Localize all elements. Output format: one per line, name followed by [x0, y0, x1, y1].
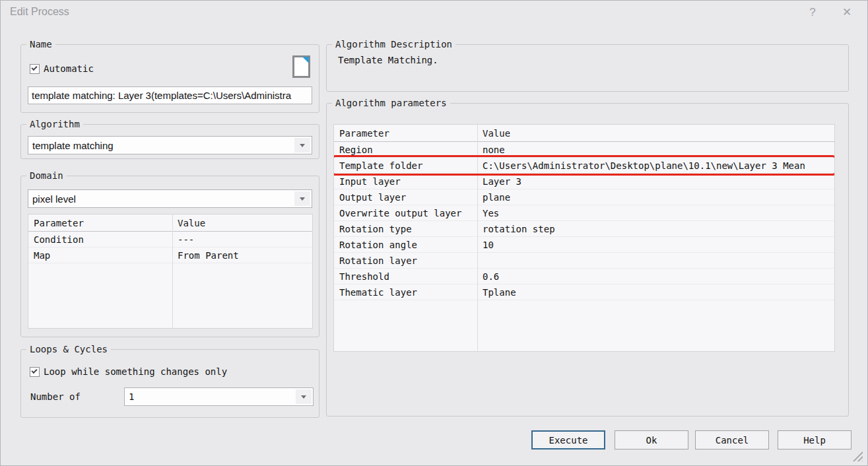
number-of-label: Number of	[30, 391, 81, 402]
column-divider	[477, 125, 478, 351]
param-cell: Rotation type	[334, 224, 477, 234]
loops-cycles-group: Loops & Cycles Loop while something chan…	[20, 349, 319, 418]
resize-grip-icon[interactable]	[851, 450, 863, 461]
value-cell: Yes	[477, 208, 504, 218]
table-row[interactable]: Rotation angle10	[334, 237, 834, 253]
description-group-title: Algorithm Description	[332, 39, 455, 50]
value-cell: From Parent	[172, 250, 244, 261]
param-cell: Threshold	[334, 271, 477, 282]
table-row[interactable]: MapFrom Parent	[28, 248, 312, 263]
window-title: Edit Process	[10, 6, 69, 18]
value-cell: 10	[477, 240, 499, 250]
domain-group: Domain pixel level Parameter Value Condi…	[20, 176, 319, 337]
value-cell: rotation step	[477, 224, 560, 234]
number-of-value: 1	[125, 391, 294, 402]
param-cell: Input layer	[334, 176, 477, 187]
value-cell: Tplane	[477, 287, 521, 298]
param-cell: Template folder	[334, 160, 477, 171]
new-document-icon[interactable]	[292, 55, 310, 78]
params-table-body: RegionnoneTemplate folderC:\Users\Admini…	[334, 142, 834, 300]
param-cell: Thematic layer	[334, 287, 477, 298]
domain-select[interactable]: pixel level	[28, 189, 312, 208]
param-cell: Output layer	[334, 192, 477, 203]
automatic-checkbox[interactable]	[30, 64, 40, 74]
document-fold	[302, 57, 309, 63]
table-header-row: Parameter Value	[28, 215, 312, 232]
value-header: Value	[172, 218, 211, 228]
algorithm-parameters-group: Algorithm parameters Parameter Value Reg…	[326, 103, 849, 416]
value-cell: ---	[172, 234, 199, 245]
algorithm-parameter-table: Parameter Value RegionnoneTemplate folde…	[333, 124, 835, 352]
value-cell: C:\Users\Administrator\Desktop\plane\10.…	[477, 160, 811, 171]
algorithm-group-title: Algorithm	[26, 119, 83, 130]
loop-checkbox[interactable]	[30, 367, 40, 377]
help-icon[interactable]: ?	[803, 5, 822, 20]
table-row[interactable]: Regionnone	[334, 142, 834, 158]
cancel-button[interactable]: Cancel	[695, 430, 769, 449]
parameter-header: Parameter	[28, 218, 172, 228]
execute-button[interactable]: Execute	[531, 430, 605, 449]
algorithm-select[interactable]: template matching	[28, 136, 312, 154]
param-cell: Rotation layer	[334, 255, 477, 266]
value-cell: Layer 3	[477, 176, 527, 187]
domain-table-body: Condition---MapFrom Parent	[28, 232, 312, 263]
parameter-header: Parameter	[334, 128, 477, 139]
table-row[interactable]: Overwrite output layerYes	[334, 205, 834, 221]
value-cell: 0.6	[477, 271, 504, 282]
loop-label: Loop while something changes only	[44, 366, 227, 377]
algorithm-selected-value: template matching	[28, 140, 293, 151]
help-button[interactable]: Help	[778, 430, 851, 449]
algorithm-description-text: Template Matching.	[338, 55, 438, 65]
value-header: Value	[477, 128, 516, 139]
domain-parameter-table: Parameter Value Condition---MapFrom Pare…	[28, 214, 313, 329]
param-cell: Overwrite output layer	[334, 208, 477, 218]
domain-group-title: Domain	[26, 170, 67, 182]
loop-checkbox-row[interactable]: Loop while something changes only	[30, 366, 227, 377]
param-cell: Condition	[28, 234, 172, 245]
table-row[interactable]: Threshold0.6	[334, 269, 834, 284]
chevron-down-icon[interactable]	[294, 191, 310, 206]
edit-process-dialog: Edit Process ? ✕ Name Automatic template…	[0, 0, 868, 466]
checkmark-icon	[31, 367, 37, 373]
name-group-title: Name	[26, 39, 55, 50]
table-row[interactable]: Thematic layerTplane	[334, 284, 834, 300]
param-cell: Map	[28, 250, 172, 261]
automatic-checkbox-row[interactable]: Automatic	[30, 63, 94, 74]
param-cell: Region	[334, 145, 477, 155]
table-row[interactable]: Rotation typerotation step	[334, 221, 834, 237]
chevron-down-icon[interactable]	[294, 138, 310, 152]
checkmark-icon	[31, 64, 37, 70]
titlebar: Edit Process ? ✕	[1, 1, 867, 24]
loops-group-title: Loops & Cycles	[26, 344, 111, 355]
table-row[interactable]: Input layerLayer 3	[334, 174, 834, 189]
table-row[interactable]: Rotation layer	[334, 253, 834, 269]
table-row[interactable]: Template folderC:\Users\Administrator\De…	[334, 158, 834, 174]
automatic-label: Automatic	[44, 63, 94, 74]
table-row[interactable]: Output layerplane	[334, 189, 834, 205]
number-of-select[interactable]: 1	[124, 387, 314, 406]
algorithm-group: Algorithm template matching	[20, 124, 319, 159]
domain-selected-value: pixel level	[28, 193, 293, 205]
close-icon[interactable]: ✕	[837, 5, 857, 20]
column-divider	[172, 215, 173, 328]
parameters-group-title: Algorithm parameters	[332, 98, 450, 109]
ok-button[interactable]: Ok	[615, 430, 688, 449]
chevron-down-icon[interactable]	[296, 389, 312, 404]
value-cell: none	[477, 145, 510, 155]
name-group: Name Automatic template matching: Layer …	[20, 44, 319, 113]
table-row[interactable]: Condition---	[28, 232, 312, 248]
table-header-row: Parameter Value	[334, 125, 834, 142]
param-cell: Rotation angle	[334, 240, 477, 250]
process-name-input[interactable]: template matching: Layer 3(templates=C:\…	[28, 86, 312, 104]
algorithm-description-group: Algorithm Description Template Matching.	[326, 44, 849, 92]
value-cell: plane	[477, 192, 516, 203]
